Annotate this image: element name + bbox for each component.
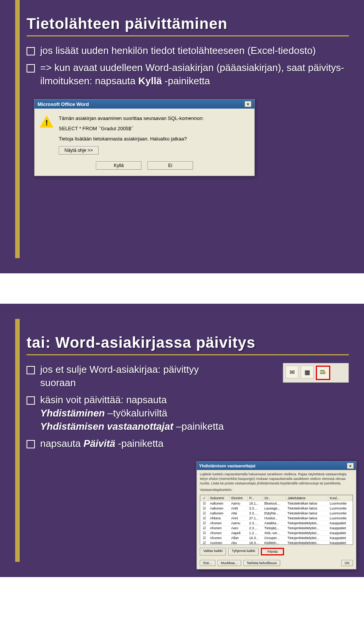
dialog-titlebar: Microsoft Office Word × [35,99,254,109]
table-row[interactable]: ☑AhonenAarnu2.3....Asiakka...Tietojenkäs… [201,521,353,526]
table-row[interactable]: ☑AhonenAllan16.3...Grouper...Tietojenkäs… [201,536,353,541]
cell: Tietojenkäsittelytiet... [286,531,328,536]
cell: Tietojenkäsittelytiet... [286,536,328,541]
cell: Luonnontie [328,501,353,506]
close-icon[interactable]: × [245,101,251,107]
edit-list-icon [319,369,327,377]
bullet-2-bold: Kyllä [138,75,162,87]
row-checkbox[interactable]: ☑ [201,501,209,506]
cell: Kauppatiet [328,521,353,526]
bullet-2: => kun avaat uudelleen Word-asiakirjan (… [27,61,349,88]
cell: Allan [229,536,247,541]
bullet-2-text: => kun avaat uudelleen Word-asiakirjan (… [40,61,349,88]
bullet-1: jos et sulje Word-asiakirjaa: päivittyy … [27,363,231,390]
bullet-3-text: napsauta Päivitä -painiketta [40,437,231,450]
ok-button[interactable]: OK [341,560,353,566]
yes-button[interactable]: Kyllä [96,161,141,170]
cell: Aaltonen [209,511,230,516]
cell: Kauppatiet [328,526,353,531]
dialog-buttons: Kyllä Ei [35,161,254,176]
grid-icon[interactable]: ▦ [301,366,314,379]
col-sukunimi[interactable]: Sukunimi [209,495,230,501]
col-koul[interactable]: Koul... [328,495,353,501]
cell: Bluetoot... [263,501,286,506]
close-icon[interactable]: × [347,463,354,469]
cell: Luonnontie [328,516,353,521]
select-all-button[interactable]: Valitse kaikki [200,548,226,555]
cell: Luonnontie [328,506,353,511]
col-check[interactable]: ✓ [201,495,209,501]
warning-icon [40,115,53,129]
recipients-button-highlighted[interactable] [316,366,330,380]
table-row[interactable]: ☑AhonenAaro2.3....Tietojärj...Tietojenkä… [201,526,353,531]
recipients-table: ✓ Sukunimi Etunimi P... Gr... Jakelulait… [200,495,353,545]
row-checkbox[interactable]: ☑ [201,531,209,536]
bullet-square-icon [27,396,35,405]
row-checkbox[interactable]: ☑ [201,516,209,521]
title-rule [27,354,349,355]
cell: Antti [229,506,247,511]
table-row[interactable]: ☑AaltonenAtte3.3....Etäyhte...Tietotekni… [201,511,353,516]
cell: Ahkera [209,516,230,521]
table-row[interactable]: ☑AhkeraAnni27.1...Husitot...Tietotekniik… [201,516,353,521]
cell: Aku [229,541,247,545]
cell: 18.1... [248,501,263,506]
edit-button[interactable]: Muokkaa... [218,560,241,566]
cell: 2.3.... [248,526,263,531]
b2-post: –painiketta [173,421,224,432]
cell: Tietojärj... [263,526,286,531]
bullet-2-post: -painiketta [162,75,210,87]
b2-bold2: Yhdistämisen vastaanottajat [40,421,173,432]
cell: Tietotekniikan laitos [286,501,328,506]
cell: Atte [229,511,247,516]
dialog-line-3: Tietoja lisätään tietokannasta asiakirja… [59,136,249,142]
find-button[interactable]: Etsi... [200,560,215,566]
merge-toolbar-screenshot: ✉ ▦ [283,363,349,383]
cell: 3.3.... [248,511,263,516]
cell: Tietojenkäsittelytiet... [286,526,328,531]
row-checkbox[interactable]: ☑ [201,506,209,511]
title-rule [27,35,349,36]
envelope-icon[interactable]: ✉ [286,366,298,379]
row-checkbox[interactable]: ☑ [201,521,209,526]
cell: Ahonen [209,526,230,531]
no-button[interactable]: Ei [147,161,193,170]
cell: Ahonen [209,531,230,536]
table-row[interactable]: ☑AhonenAapeli1.2....XML-ver...Tietojenkä… [201,531,353,536]
row-checkbox[interactable]: ☑ [201,536,209,541]
row-checkbox[interactable]: ☑ [201,541,209,545]
cell: Ahonen [209,521,230,526]
slide-2-content: tai: Word-asiakirjassa päivitys jos et s… [27,334,349,454]
cell: 1.2.... [248,531,263,536]
cell: Tietojenkäsittelytiet... [286,521,328,526]
slide-2-body: jos et sulje Word-asiakirjaa: päivittyy … [27,363,349,454]
cell: Tietojenkäsittelytiet... [286,541,328,545]
col-p[interactable]: P... [248,495,263,501]
row-checkbox[interactable]: ☑ [201,526,209,531]
cell: Tietotekniikan laitos [286,506,328,511]
validate-button[interactable]: Tarkista kelvollisuus [243,560,281,566]
refresh-button-highlighted[interactable]: Päivitä [261,548,284,555]
table-row[interactable]: ☑AaltonenAarnu18.1...Bluetoot...Tietotek… [201,501,353,506]
dialog-title: Microsoft Office Word [38,101,89,107]
cell: 2.3.... [248,521,263,526]
col-etunimi[interactable]: Etunimi [229,495,247,501]
bullet-2-text: käsin voit päivittää: napsauta Yhdistämi… [40,393,231,433]
slide-2-title: tai: Word-asiakirjassa päivitys [27,334,349,351]
accent-bar [15,0,20,258]
table-row[interactable]: ☑AuvinenAku18.3...Kieliteln...Tietojenkä… [201,541,353,545]
b3-post: -painiketta [115,438,163,449]
dialog-line-2: SELECT * FROM `'Gradut 2005$'` [59,126,249,131]
col-jakelulaitos[interactable]: Jakelulaitos [286,495,328,501]
cell: Etäyhte... [263,511,286,516]
row-checkbox[interactable]: ☑ [201,511,209,516]
b3-bold: Päivitä [83,438,115,449]
cell: 16.3... [248,536,263,541]
dialog-text: Tämän asiakirjan avaaminen suorittaa seu… [59,115,249,155]
cell: 3.3.... [248,506,263,511]
col-gr[interactable]: Gr... [263,495,286,501]
b3-pre: napsauta [40,438,83,449]
table-row[interactable]: ☑AaltonenAntti3.3....Lausege...Tietotekn… [201,506,353,511]
show-help-button[interactable]: Näytä ohje >> [59,146,99,155]
clear-all-button[interactable]: Tyhjennä kaikki [228,548,259,555]
